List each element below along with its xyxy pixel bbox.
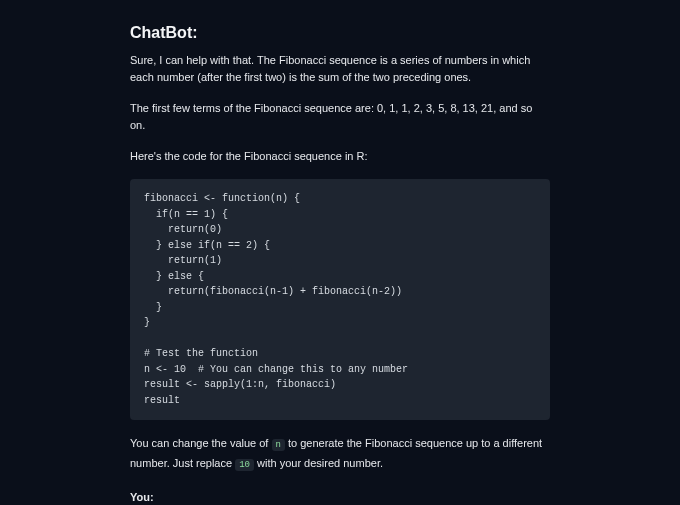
bot-paragraph-3: Here's the code for the Fibonacci sequen… <box>130 148 550 165</box>
p4-text-c: with your desired number. <box>254 457 383 469</box>
code-block: fibonacci <- function(n) { if(n == 1) { … <box>130 179 550 420</box>
inline-code-10: 10 <box>235 459 254 471</box>
p4-text-a: You can change the value of <box>130 437 272 449</box>
user-label: You: <box>130 491 550 503</box>
bot-name-label: ChatBot: <box>130 24 550 42</box>
bot-paragraph-1: Sure, I can help with that. The Fibonacc… <box>130 52 550 86</box>
bot-paragraph-2: The first few terms of the Fibonacci seq… <box>130 100 550 134</box>
bot-paragraph-4: You can change the value of n to generat… <box>130 434 550 473</box>
chat-container: ChatBot: Sure, I can help with that. The… <box>0 0 680 505</box>
inline-code-n: n <box>272 439 285 451</box>
